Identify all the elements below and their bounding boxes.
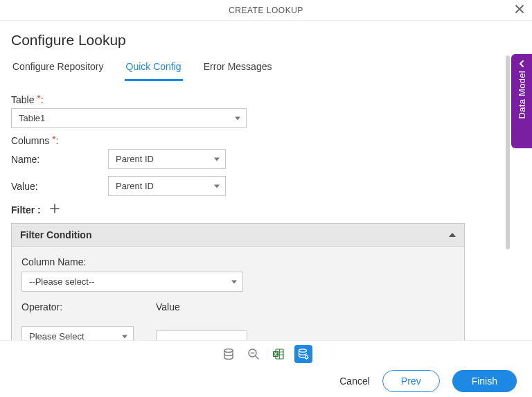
database-settings-icon[interactable]: [294, 345, 312, 363]
value-label: Value:: [11, 181, 108, 192]
columns-label: Columns *:: [11, 135, 521, 146]
excel-icon[interactable]: [269, 345, 287, 363]
svg-point-5: [305, 356, 308, 359]
table-label: Table *:: [11, 94, 521, 105]
content-area: Configure Lookup Configure Repository Qu…: [0, 21, 532, 340]
chevron-down-icon: [214, 157, 220, 161]
prev-button[interactable]: Prev: [382, 370, 440, 392]
chevron-down-icon: [214, 184, 220, 188]
tab-bar: Configure Repository Quick Config Error …: [11, 57, 521, 82]
footer-icon-bar: [0, 341, 532, 363]
chevron-left-icon: [517, 60, 526, 68]
table-select-value: Table1: [19, 113, 45, 123]
name-select-value: Parent ID: [116, 154, 154, 164]
tab-quick-config[interactable]: Quick Config: [125, 57, 183, 81]
value-column: Value: [156, 301, 247, 340]
filter-condition-panel: Filter Condition Column Name: --Please s…: [11, 223, 465, 340]
name-label: Name:: [11, 154, 108, 165]
svg-point-4: [299, 349, 307, 352]
finish-button[interactable]: Finish: [452, 370, 517, 392]
column-name-value: --Please select--: [29, 276, 95, 287]
tab-error-messages[interactable]: Error Messages: [202, 57, 274, 81]
chevron-down-icon: [122, 335, 127, 338]
required-icon: *: [52, 134, 55, 145]
cancel-button[interactable]: Cancel: [339, 376, 370, 387]
database-icon[interactable]: [220, 345, 238, 363]
footer: Cancel Prev Finish: [0, 340, 532, 397]
chevron-down-icon: [231, 280, 237, 283]
filter-condition-body: Column Name: --Please select-- Operator:…: [12, 247, 464, 340]
titlebar: CREATE LOOKUP: [0, 0, 532, 21]
value-select-value: Parent ID: [116, 181, 154, 191]
filter-heading-row: Filter :: [11, 203, 521, 216]
operator-column: Operator: Please Select: [21, 301, 134, 340]
tab-configure-repository[interactable]: Configure Repository: [11, 57, 105, 81]
operator-label: Operator:: [21, 301, 134, 312]
data-model-side-tab[interactable]: Data Model: [511, 54, 532, 148]
name-select[interactable]: Parent ID: [108, 149, 226, 169]
filter-condition-header[interactable]: Filter Condition: [12, 224, 464, 247]
value-select[interactable]: Parent ID: [108, 176, 226, 196]
page-title: Configure Lookup: [11, 32, 521, 48]
chevron-down-icon: [235, 116, 240, 120]
column-name-label: Column Name:: [21, 256, 454, 267]
zoom-out-icon[interactable]: [245, 345, 263, 363]
close-icon[interactable]: [514, 3, 525, 17]
scrollbar[interactable]: [506, 55, 510, 249]
dialog-title: CREATE LOOKUP: [229, 6, 303, 15]
name-row: Name: Parent ID: [11, 149, 521, 169]
filter-value-label: Value: [156, 301, 247, 312]
filter-value-input[interactable]: [156, 330, 247, 340]
operator-value: Please Select: [29, 331, 85, 340]
footer-buttons: Cancel Prev Finish: [0, 363, 532, 392]
filter-condition-title: Filter Condition: [20, 229, 91, 240]
operator-select[interactable]: Please Select: [21, 326, 134, 340]
value-row: Value: Parent ID: [11, 176, 521, 196]
column-name-select[interactable]: --Please select--: [21, 272, 243, 292]
add-filter-icon[interactable]: [49, 203, 60, 216]
filter-heading: Filter :: [11, 204, 41, 215]
data-model-label: Data Model: [517, 71, 527, 118]
table-select[interactable]: Table1: [11, 108, 247, 128]
required-icon: *: [37, 93, 40, 104]
svg-point-0: [224, 349, 233, 353]
collapse-icon: [449, 233, 456, 237]
